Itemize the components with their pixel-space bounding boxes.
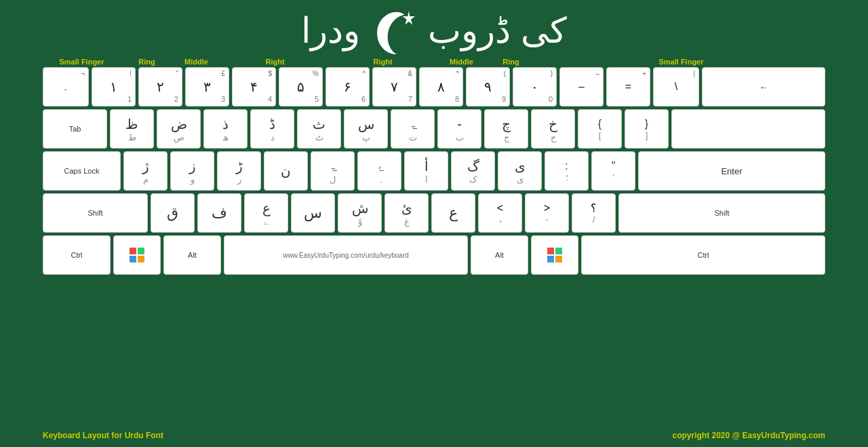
key-9[interactable]: ( ۹ 9 [466,67,510,106]
key-spacebar[interactable]: www.EasyUrduTyping.com/urdu/keyboard [224,235,468,275]
header: ودرا کی ڈروب [0,0,868,58]
footer: Keyboard Layout for Urdu Font copyright … [43,431,825,440]
key-ctrl-left[interactable]: Ctrl [43,235,111,275]
key-capslock[interactable]: Caps Lock [43,151,121,191]
key-t[interactable]: ث ٹ [297,109,341,149]
key-3[interactable]: £ ۳ 3 [185,67,229,106]
key-backspace[interactable]: ← [702,67,825,106]
key-e[interactable]: ذ ھ [203,109,248,149]
finger-label-small-finger-left: Small Finger [43,58,121,66]
urdu-text-right: ودرا [301,10,360,51]
shift-row: Shift ق ف ع ے س ش وٗ ئ غ ع [43,193,825,233]
finger-label-middle-left: Middle [173,58,220,66]
finger-label-ring-left: Ring [123,58,170,66]
key-tilde[interactable]: ¬ ۔ [43,67,89,106]
key-j[interactable]: أ ا [404,151,448,191]
key-5[interactable]: % ۵ 5 [279,67,323,106]
key-4[interactable]: $ ۴ 4 [232,67,276,106]
key-y[interactable]: س پ [344,109,388,149]
key-w[interactable]: ض ص [157,109,201,149]
key-period[interactable]: > - [525,193,569,233]
key-n[interactable]: ئ غ [384,193,429,233]
key-l[interactable]: ی ی [498,151,542,191]
page-title: ودرا کی ڈروب [0,7,868,54]
key-7[interactable]: & ۷ 7 [372,67,416,106]
key-2[interactable]: " ۲ 2 [138,67,182,106]
finger-labels: Small Finger Ring Middle Right Right Mid… [0,58,868,66]
finger-label-ring-right: Ring [488,58,534,66]
key-ctrl-right[interactable]: Ctrl [581,235,825,275]
moon-star-icon [367,7,421,54]
key-enter[interactable] [671,109,825,149]
key-equals[interactable]: + = [606,67,650,106]
key-k[interactable]: گ ک [451,151,495,191]
finger-label-middle-right: Middle [438,58,485,66]
key-a[interactable]: ژ م [123,151,167,191]
windows-logo-left [130,248,144,263]
key-enter[interactable]: Enter [638,151,825,191]
key-win-left[interactable] [113,235,161,275]
key-comma[interactable]: < ، [478,193,522,233]
finger-label-right-index2: Right [330,58,435,66]
footer-right: copyright 2020 @ EasyUrduTyping.com [672,431,825,440]
key-shift-left[interactable]: Shift [43,193,148,233]
finger-label-small-finger-right: Small Finger [537,58,825,66]
finger-label-right-index1: Right [222,58,328,66]
key-r[interactable]: ڈ د [250,109,294,149]
key-0[interactable]: ) ۰ 0 [513,67,557,106]
key-semicolon[interactable]: : ؛ [545,151,589,191]
key-i[interactable]: - ب [437,109,481,149]
key-minus[interactable]: – – [559,67,604,106]
bottom-row: Ctrl Alt www.EasyUrduTyping.com/urdu/key… [43,235,825,275]
key-win-right[interactable] [531,235,578,275]
qwerty-row: Tab ظ ط ض ص ذ ھ ڈ د ث ٹ س پ [43,109,825,149]
key-d[interactable]: ڑ ر [217,151,261,191]
windows-logo-right [547,248,562,263]
svg-marker-0 [403,11,416,24]
key-c[interactable]: ع ے [244,193,288,233]
key-g[interactable]: ۃ ل [311,151,355,191]
key-m[interactable]: ع [431,193,475,233]
number-row: ¬ ۔ ! ۱ 1 " ۲ 2 £ ۳ 3 $ ۴ 4 % ۵ [43,67,825,106]
key-q[interactable]: ظ ط [110,109,154,149]
key-h[interactable]: ۂ ہ [357,151,401,191]
key-slash[interactable]: ؟ / [572,193,616,233]
key-alt-right[interactable]: Alt [471,235,528,275]
key-bracket-right[interactable]: } ] [625,109,669,149]
key-f[interactable]: ن [264,151,308,191]
key-1[interactable]: ! ۱ 1 [92,67,136,106]
key-8[interactable]: * ۸ 8 [419,67,463,106]
key-alt-left[interactable]: Alt [163,235,221,275]
key-quote[interactable]: " ' [591,151,635,191]
key-u[interactable]: ۃ ت [391,109,435,149]
key-shift-right[interactable]: Shift [618,193,825,233]
key-bracket-left[interactable]: { [ [578,109,622,149]
key-p[interactable]: خ ح [531,109,575,149]
key-o[interactable]: چ ج [484,109,528,149]
home-row: Caps Lock ژ م ز و ڑ ر ن ۃ ل ۂ ہ [43,151,825,191]
key-6[interactable]: ^ ۶ 6 [326,67,370,106]
footer-left: Keyboard Layout for Urdu Font [43,431,163,440]
key-b[interactable]: ش وٗ [338,193,382,233]
keyboard: ¬ ۔ ! ۱ 1 " ۲ 2 £ ۳ 3 $ ۴ 4 % ۵ [0,67,868,275]
key-s[interactable]: ز و [170,151,214,191]
key-v[interactable]: س [291,193,335,233]
key-z[interactable]: ق [151,193,195,233]
urdu-text-left: کی ڈروب [428,10,566,51]
key-tab[interactable]: Tab [43,109,107,149]
key-backslash[interactable]: | \ [653,67,699,106]
key-x[interactable]: ف [197,193,241,233]
